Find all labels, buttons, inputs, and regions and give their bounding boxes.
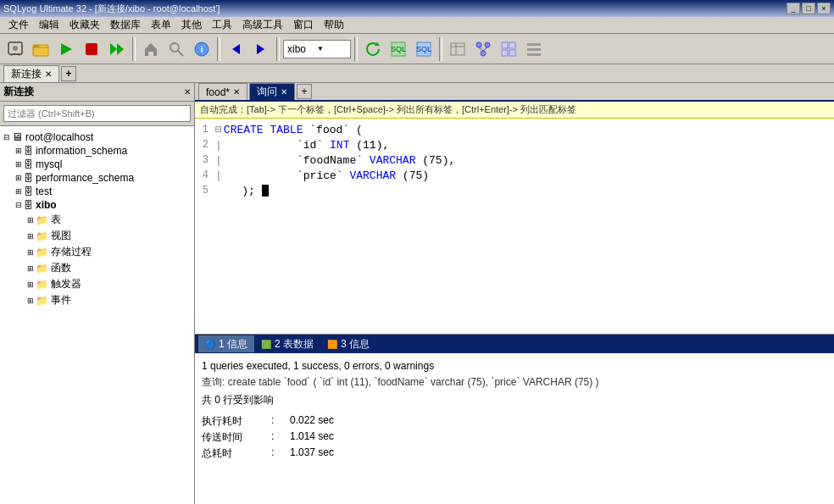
tree-item-test[interactable]: ⊞ 🗄 test xyxy=(0,185,194,198)
tree-item-triggers[interactable]: ⊞ 📁 触发器 xyxy=(0,276,194,292)
import-btn[interactable]: SQL xyxy=(412,37,436,61)
query-tab-query-close[interactable]: ✕ xyxy=(281,87,287,97)
schema-btn[interactable] xyxy=(471,37,495,61)
database-dropdown[interactable]: xibo ▼ xyxy=(283,40,351,58)
tree-item-events[interactable]: ⊞ 📁 事件 xyxy=(0,292,194,308)
tree-item-views[interactable]: ⊞ 📁 视图 xyxy=(0,228,194,244)
toolbar-sep3 xyxy=(276,37,280,61)
svg-rect-28 xyxy=(509,42,515,48)
query-tab-food-label: food* xyxy=(206,86,230,98)
add-query-tab-button[interactable]: + xyxy=(297,84,312,99)
back-btn[interactable] xyxy=(224,37,247,61)
svg-marker-7 xyxy=(117,43,124,55)
tree-item-xibo[interactable]: ⊟ 🗄 xibo xyxy=(0,198,194,212)
line1-create-kw: CREATE xyxy=(224,124,264,136)
bottom-tab-info2[interactable]: 🟧 3 信息 xyxy=(320,335,376,352)
svg-rect-3 xyxy=(33,45,39,47)
svg-point-22 xyxy=(476,42,481,47)
tree-item-tables[interactable]: ⊞ 📁 表 xyxy=(0,212,194,228)
toolbar-sep5 xyxy=(439,37,442,61)
svg-rect-30 xyxy=(509,50,515,56)
info-btn[interactable]: i xyxy=(190,37,214,61)
conn-tab-close-icon[interactable]: ✕ xyxy=(45,69,52,79)
line3-indent: | xyxy=(215,154,229,167)
grid-btn[interactable] xyxy=(497,37,520,61)
add-conn-button[interactable]: + xyxy=(61,66,76,81)
line4-varchar-kw: VARCHAR xyxy=(349,169,396,182)
home-btn[interactable] xyxy=(139,37,163,61)
tree-label-test: test xyxy=(36,186,52,197)
title-buttons[interactable]: _ □ × xyxy=(787,3,831,14)
bottom-tab-info[interactable]: 🔵 1 信息 xyxy=(198,335,254,352)
title-text: SQLyog Ultimate 32 - [新连接/xibo - root@lo… xyxy=(3,3,787,15)
timing-exec-label: 执行耗时 xyxy=(202,414,270,429)
tree-item-funcs[interactable]: ⊞ 📁 函数 xyxy=(0,260,194,276)
menu-tools[interactable]: 工具 xyxy=(207,16,237,34)
code-line-5: ); xyxy=(215,183,831,198)
open-btn[interactable] xyxy=(29,37,53,61)
settings-btn[interactable] xyxy=(522,37,546,61)
line1-space xyxy=(303,124,309,136)
bottom-tab-info-label: 1 信息 xyxy=(219,337,247,352)
title-bar: SQLyog Ultimate 32 - [新连接/xibo - root@lo… xyxy=(0,0,834,17)
query-tab-food-close[interactable]: ✕ xyxy=(233,87,240,97)
tree-label-views: 视图 xyxy=(51,229,71,243)
timing-total-label: 总耗时 xyxy=(202,446,270,461)
tree-item-info-schema[interactable]: ⊞ 🗄 information_schema xyxy=(0,144,194,158)
menu-advanced[interactable]: 高级工具 xyxy=(237,16,288,34)
svg-line-25 xyxy=(479,47,483,51)
svg-text:SQL: SQL xyxy=(416,45,431,53)
minimize-button[interactable]: _ xyxy=(787,3,800,14)
toolbar-sep1 xyxy=(132,37,136,61)
info-tab-icon: 🔵 xyxy=(205,340,215,349)
close-button[interactable]: × xyxy=(817,3,831,14)
menu-help[interactable]: 帮助 xyxy=(319,16,349,34)
tree-expander-tables: ⊞ xyxy=(25,216,36,224)
menu-database[interactable]: 数据库 xyxy=(105,16,146,34)
svg-rect-27 xyxy=(502,42,508,48)
tree-expander-mysql: ⊞ xyxy=(14,160,24,169)
menu-window[interactable]: 窗口 xyxy=(288,16,319,34)
conn-tab-new[interactable]: 新连接 ✕ xyxy=(3,65,59,82)
run-btn[interactable] xyxy=(54,37,78,61)
forward-btn[interactable] xyxy=(249,37,273,61)
code-lines[interactable]: ⊟ CREATE TABLE `food` ( | `id` xyxy=(215,122,831,198)
table-btn[interactable] xyxy=(446,37,470,61)
tree-item-procs[interactable]: ⊞ 📁 存储过程 xyxy=(0,244,194,260)
tree-item-perf-schema[interactable]: ⊞ 🗄 performance_schema xyxy=(0,171,194,185)
menu-table[interactable]: 表单 xyxy=(146,16,176,34)
menu-edit[interactable]: 编辑 xyxy=(34,16,64,34)
editor-area[interactable]: 1 2 3 4 5 ⊟ CREATE TABLE `food` xyxy=(195,119,834,335)
autocomplete-hint: 自动完成：[Tab]-> 下一个标签，[Ctrl+Space]-> 列出所有标签… xyxy=(195,102,834,119)
tree-item-mysql[interactable]: ⊞ 🗄 mysql xyxy=(0,158,194,171)
svg-rect-31 xyxy=(527,43,541,46)
svg-point-8 xyxy=(170,43,179,52)
export-btn[interactable]: SQL xyxy=(386,37,410,61)
line4-space2 xyxy=(343,169,350,182)
db-icon-info: 🗄 xyxy=(24,146,33,156)
run-all-btn[interactable] xyxy=(105,37,129,61)
line2-id-tick: `id` xyxy=(297,139,323,152)
sidebar-close-button[interactable]: ✕ xyxy=(184,87,191,97)
query-tab-query[interactable]: 询问 ✕ xyxy=(249,83,295,100)
query-tab-food[interactable]: food* ✕ xyxy=(198,83,247,100)
timing-transfer-sep: : xyxy=(271,430,288,445)
menu-file[interactable]: 文件 xyxy=(3,16,34,34)
result-line1: 1 queries executed, 1 success, 0 errors,… xyxy=(202,360,827,372)
tree-item-root[interactable]: ⊟ 🖥 root@localhost xyxy=(0,130,194,144)
filter-input[interactable] xyxy=(3,105,191,122)
menu-favorites[interactable]: 收藏夹 xyxy=(64,16,105,34)
line1-paren: ( xyxy=(349,124,363,136)
stop-btn[interactable] xyxy=(80,37,103,61)
svg-rect-5 xyxy=(86,43,97,55)
search-btn[interactable] xyxy=(164,37,188,61)
refresh-btn[interactable] xyxy=(361,37,385,61)
maximize-button[interactable]: □ xyxy=(802,3,815,14)
new-conn-toolbar-btn[interactable] xyxy=(3,37,27,61)
bottom-tab-tabledata[interactable]: 🟩 2 表数据 xyxy=(254,335,320,352)
tree-label-triggers: 触发器 xyxy=(51,277,81,291)
line3-varchar-kw: VARCHAR xyxy=(370,154,416,167)
menu-other[interactable]: 其他 xyxy=(176,16,207,34)
svg-marker-12 xyxy=(232,44,240,54)
svg-marker-6 xyxy=(110,43,117,55)
